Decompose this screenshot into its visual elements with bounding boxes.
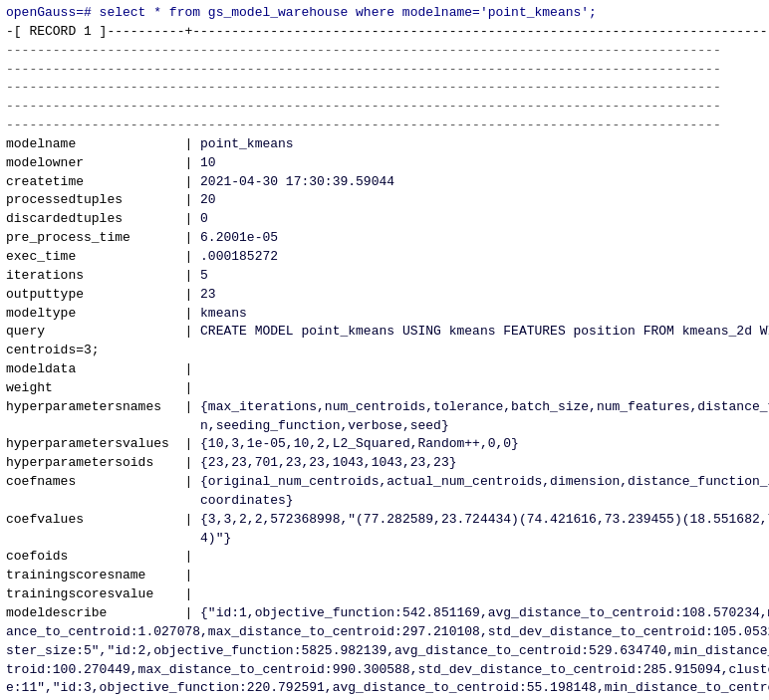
field-coefnames-cont: coordinates} [6,492,763,511]
field-centroids: centroids=3; [6,342,763,360]
field-coefnames: coefnames | {original_num_centroids,actu… [6,473,763,492]
field-modeldescribe-2: ance_to_centroid:1.027078,max_distance_t… [6,623,763,642]
field-modeldescribe-1: modeldescribe | {"id:1,objective_functio… [6,604,763,623]
field-processedtuples: processedtuples | 20 [6,191,763,210]
field-modeldescribe-4: troid:100.270449,max_distance_to_centroi… [6,661,763,680]
field-modeldescribe-5: e:11","id:3,objective_function:220.79259… [6,679,763,698]
field-modelname: modelname | point_kmeans [6,135,763,154]
field-hyperparametersvalues: hyperparametersvalues | {10,3,1e-05,10,2… [6,435,763,454]
divider-2: ----------------------------------------… [6,61,763,80]
field-outputtype: outputtype | 23 [6,286,763,305]
field-trainingscoresvalue: trainingscoresvalue | [6,585,763,604]
field-coefvalues-cont: 4)"} [6,530,763,549]
divider-3: ----------------------------------------… [6,79,763,98]
divider-5: ----------------------------------------… [6,117,763,135]
record-header: -[ RECORD 1 ]----------+----------------… [6,23,763,42]
field-trainingscoresname: trainingscoresname | [6,567,763,585]
field-modeldescribe-3: ster_size:5","id:2,objective_function:58… [6,642,763,661]
field-coefvalues: coefvalues | {3,3,2,2,572368998,"(77.282… [6,511,763,530]
field-createtime: createtime | 2021-04-30 17:30:39.59044 [6,173,763,192]
field-pre-process-time: pre_process_time | 6.2001e-05 [6,229,763,248]
field-weight: weight | [6,379,763,398]
field-discardedtuples: discardedtuples | 0 [6,210,763,229]
field-modelowner: modelowner | 10 [6,154,763,173]
terminal-window: openGauss=# select * from gs_model_wareh… [0,0,769,700]
field-coefoids: coefoids | [6,548,763,567]
field-hyperparametersoids: hyperparametersoids | {23,23,701,23,23,1… [6,454,763,473]
field-query: query | CREATE MODEL point_kmeans USING … [6,323,763,342]
field-modeldata: modeldata | [6,360,763,379]
field-hyperparametersnames-cont: n,seeding_function,verbose,seed} [6,417,763,436]
field-exec-time: exec_time | .000185272 [6,248,763,267]
divider-4: ----------------------------------------… [6,98,763,117]
field-iterations: iterations | 5 [6,267,763,286]
field-hyperparametersnames: hyperparametersnames | {max_iterations,n… [6,398,763,417]
field-modeltype: modeltype | kmeans [6,305,763,324]
divider-1: ----------------------------------------… [6,42,763,61]
sql-command: openGauss=# select * from gs_model_wareh… [6,4,763,23]
